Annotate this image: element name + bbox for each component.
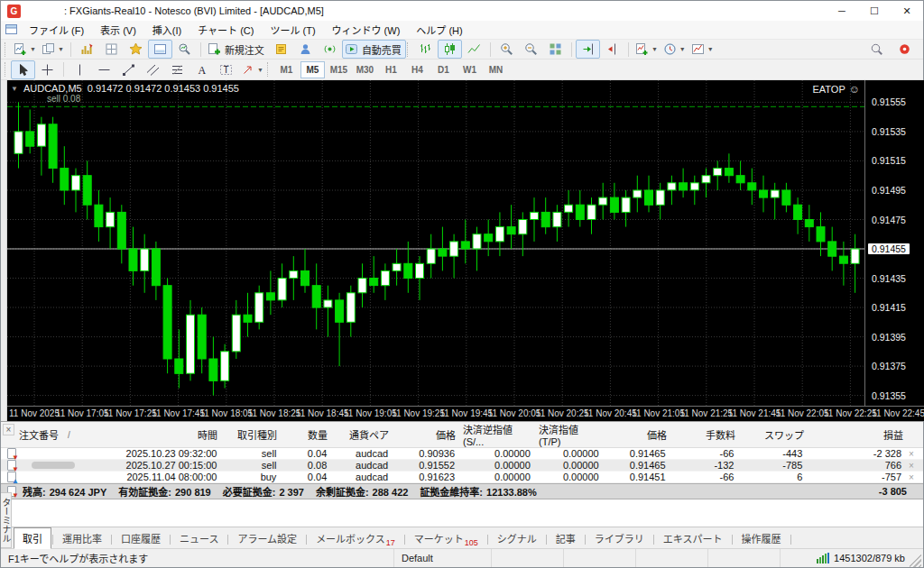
terminal-tab-6[interactable]: マーケット105 (406, 528, 486, 548)
terminal-tab-11[interactable]: 操作履歴 (734, 528, 790, 548)
autotrading-button[interactable]: 自動売買 (342, 40, 406, 59)
chevron-down-icon[interactable]: ▼ (11, 85, 18, 93)
strategy-tester-button[interactable] (172, 40, 197, 59)
terminal-tab-2[interactable]: 口座履歴 (113, 528, 169, 548)
menu-item-1[interactable]: 表示 (V) (92, 21, 144, 39)
close-position-icon[interactable]: × (909, 472, 914, 482)
fibonacci-button[interactable] (165, 60, 189, 79)
column-header-order[interactable]: 注文番号/ (1, 422, 104, 447)
ea-smiley-icon[interactable]: ☺ (849, 83, 860, 96)
close-position-icon[interactable]: × (909, 449, 914, 459)
arrow-tools-button[interactable]: ▼ (238, 60, 266, 79)
terminal-tab-8[interactable]: 記事 (548, 528, 584, 548)
community-button[interactable] (293, 40, 318, 59)
column-header-8[interactable]: 価格 (607, 422, 674, 447)
column-header-3[interactable]: 数量 (284, 422, 335, 447)
column-header-2[interactable]: 取引種別 (225, 422, 284, 447)
timeframe-M5-button[interactable]: M5 (300, 61, 325, 78)
line-chart-button[interactable] (462, 40, 486, 59)
timeframe-M15-button[interactable]: M15 (327, 61, 351, 78)
terminal-close-button[interactable]: × (3, 424, 14, 435)
menu-item-4[interactable]: ツール (T) (262, 21, 323, 39)
metaeditor-button[interactable] (269, 40, 293, 59)
terminal-panel-button[interactable] (148, 40, 172, 59)
timeframe-M1-button[interactable]: M1 (274, 61, 299, 78)
timeframe-M30-button[interactable]: M30 (353, 61, 377, 78)
dropdown-caret-icon[interactable]: ▼ (651, 46, 658, 52)
dropdown-caret-icon[interactable]: ▼ (679, 46, 686, 52)
trendline-button[interactable] (116, 60, 141, 79)
column-header-10[interactable]: スワップ (743, 422, 811, 447)
price-axis[interactable]: 0.915550.915350.915150.914950.914750.914… (864, 80, 924, 421)
menu-item-5[interactable]: ウィンドウ (W) (324, 21, 409, 39)
timeframe-MN-button[interactable]: MN (484, 61, 508, 78)
order-row[interactable]: ▲2025.11.04 08:00:00buy0.04audcad0.91623… (1, 472, 923, 483)
notification-badge-button[interactable] (892, 40, 917, 59)
equidistant-channel-button[interactable] (141, 60, 165, 79)
dropdown-caret-icon[interactable]: ▼ (58, 46, 64, 52)
terminal-tab-5[interactable]: メールボックス17 (308, 528, 403, 548)
child-window-icon[interactable] (5, 24, 18, 35)
tile-windows-button[interactable] (543, 40, 568, 59)
status-profile[interactable]: Default (394, 549, 492, 567)
horizontal-line-button[interactable] (92, 60, 116, 79)
new-chart-button[interactable]: ▼ (11, 40, 39, 59)
auto-scroll-button[interactable] (576, 40, 600, 59)
candlestick-chart-button[interactable] (438, 40, 462, 59)
indicators-button[interactable]: ▼ (633, 40, 661, 59)
toolbar-grip[interactable] (267, 62, 271, 77)
menu-item-3[interactable]: チャート (C) (189, 21, 262, 39)
terminal-tab-9[interactable]: ライブラリ (587, 528, 652, 548)
order-row[interactable]: ▼2025.10.27 00:15:00sell0.08audcad0.9155… (1, 460, 923, 472)
sell-order-line-label[interactable]: sell 0.08 (47, 94, 80, 104)
maximize-button[interactable]: ☐ (858, 1, 891, 21)
timeframe-D1-button[interactable]: D1 (431, 61, 456, 78)
column-header-7[interactable]: 決済指値(T/P) (539, 422, 607, 447)
close-button[interactable]: ✕ (891, 1, 923, 21)
text-label-button[interactable]: T (214, 60, 238, 79)
timeframe-H4-button[interactable]: H4 (405, 61, 430, 78)
menu-item-6[interactable]: ヘルプ (H) (408, 21, 470, 39)
menu-item-2[interactable]: 挿入(I) (144, 21, 189, 39)
toolbar-grip[interactable] (5, 42, 8, 57)
search-button[interactable] (864, 40, 889, 59)
zoom-in-button[interactable] (494, 40, 519, 59)
dropdown-caret-icon[interactable]: ▼ (707, 46, 714, 52)
new-order-button[interactable]: 新規注文 (205, 40, 269, 59)
zoom-out-button[interactable] (519, 40, 543, 59)
periods-button[interactable]: ▼ (661, 40, 688, 59)
resize-grip[interactable] (910, 549, 921, 567)
order-row[interactable]: ▼2025.10.23 09:32:00sell0.04audcad0.9093… (1, 448, 923, 460)
news-button[interactable] (318, 40, 342, 59)
chart-shift-button[interactable] (600, 40, 624, 59)
toolbar-grip[interactable] (5, 62, 8, 77)
column-header-4[interactable]: 通貨ペア (335, 422, 396, 447)
cursor-button[interactable] (11, 60, 35, 79)
expert-advisor-label[interactable]: EATOP ☺ (812, 83, 860, 96)
terminal-tab-7[interactable]: シグナル (489, 528, 545, 548)
chart-plot-area[interactable]: ▼ AUDCAD,M5 0.91472 0.91472 0.91453 0.91… (7, 80, 864, 406)
bar-chart-button[interactable] (413, 40, 438, 59)
column-header-11[interactable]: 損益 (811, 422, 910, 447)
dropdown-caret-icon[interactable]: ▼ (257, 67, 263, 73)
toolbar-grip[interactable] (407, 42, 411, 57)
terminal-tab-4[interactable]: アラーム設定 (229, 528, 305, 548)
timeframe-W1-button[interactable]: W1 (457, 61, 482, 78)
vertical-line-button[interactable] (68, 60, 92, 79)
terminal-tab-3[interactable]: ニュース (171, 528, 226, 548)
minimize-button[interactable]: ─ (826, 1, 858, 21)
market-watch-button[interactable] (75, 40, 99, 59)
terminal-tab-10[interactable]: エキスパート (655, 528, 731, 548)
dropdown-caret-icon[interactable]: ▼ (30, 46, 36, 52)
menu-item-0[interactable]: ファイル (F) (21, 21, 92, 39)
profiles-button[interactable]: ▼ (39, 40, 67, 59)
close-position-icon[interactable]: × (909, 461, 914, 471)
crosshair-button[interactable] (35, 60, 60, 79)
data-window-button[interactable] (99, 40, 124, 59)
timeframe-H1-button[interactable]: H1 (379, 61, 403, 78)
column-header-6[interactable]: 決済逆指値(S/... (463, 422, 539, 447)
navigator-button[interactable] (124, 40, 148, 59)
text-button[interactable]: A (189, 60, 214, 79)
terminal-tab-1[interactable]: 運用比率 (54, 528, 110, 548)
templates-button[interactable]: ▼ (688, 40, 716, 59)
